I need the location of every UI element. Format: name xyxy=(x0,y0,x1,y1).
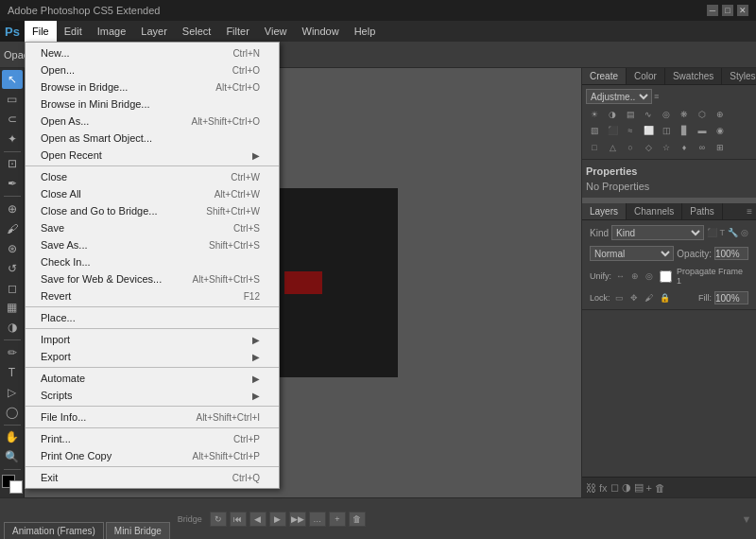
anim-new-frame-btn[interactable]: + xyxy=(329,512,346,527)
tool-type[interactable]: T xyxy=(2,363,23,382)
layers-kind-icon-3[interactable]: 🔧 xyxy=(728,228,738,237)
menu-view[interactable]: View xyxy=(257,21,295,42)
menu-close[interactable]: Close Ctrl+W xyxy=(26,168,279,185)
animation-collapse-btn[interactable]: ▼ xyxy=(737,498,756,539)
menu-save-web[interactable]: Save for Web & Devices... Alt+Shift+Ctrl… xyxy=(26,270,279,287)
layer-delete-icon[interactable]: 🗑 xyxy=(655,482,665,494)
tool-wand[interactable]: ✦ xyxy=(2,130,23,148)
menu-browse-bridge[interactable]: Browse in Bridge... Alt+Ctrl+O xyxy=(26,78,279,96)
propagate-checkbox[interactable] xyxy=(660,270,672,283)
layers-unify-icon-3[interactable]: ◎ xyxy=(644,271,655,281)
tab-mini-bridge[interactable]: Mini Bridge xyxy=(106,522,170,539)
lock-icon-1[interactable]: ▭ xyxy=(613,293,626,303)
tool-hand[interactable]: ✋ xyxy=(2,428,23,447)
menu-print[interactable]: Print... Ctrl+P xyxy=(26,430,279,447)
layer-mask-icon[interactable]: ◻ xyxy=(610,481,619,494)
adj-hue[interactable]: ⬡ xyxy=(694,107,711,122)
menu-check-in[interactable]: Check In... xyxy=(26,253,279,270)
adj-extra-6[interactable]: ♦ xyxy=(676,140,693,155)
adj-curves[interactable]: ∿ xyxy=(640,107,657,122)
adj-extra-2[interactable]: △ xyxy=(604,140,621,155)
adj-mixer[interactable]: ≈ xyxy=(622,123,639,138)
adj-gradient-map[interactable]: ▬ xyxy=(694,123,711,138)
layers-kind-icon-4[interactable]: ◎ xyxy=(741,228,748,237)
adj-extra-5[interactable]: ☆ xyxy=(658,140,675,155)
layers-unify-icon-1[interactable]: ↔ xyxy=(614,271,627,281)
tab-channels[interactable]: Channels xyxy=(627,203,682,219)
menu-file-info[interactable]: File Info... Alt+Shift+Ctrl+I xyxy=(26,409,279,426)
anim-tween-btn[interactable]: … xyxy=(309,512,326,527)
lock-icon-2[interactable]: ✥ xyxy=(628,293,640,303)
menu-place[interactable]: Place... xyxy=(26,309,279,326)
restore-button[interactable]: □ xyxy=(722,5,733,16)
minimize-button[interactable]: ─ xyxy=(707,5,718,16)
tab-animation-frames[interactable]: Animation (Frames) xyxy=(4,522,104,539)
tool-eraser[interactable]: ◻ xyxy=(2,279,23,298)
adj-extra-7[interactable]: ∞ xyxy=(694,140,711,155)
background-color[interactable] xyxy=(9,480,23,494)
layer-new-icon[interactable]: + xyxy=(646,482,652,494)
menu-select[interactable]: Select xyxy=(175,21,219,42)
menu-import[interactable]: Import ▶ xyxy=(26,331,279,348)
anim-delete-btn[interactable]: 🗑 xyxy=(349,512,366,527)
adj-exposure[interactable]: ◎ xyxy=(658,107,675,122)
menu-scripts[interactable]: Scripts ▶ xyxy=(26,387,279,404)
layer-link-icon[interactable]: ⛓ xyxy=(586,482,596,494)
tool-dodge[interactable]: ◑ xyxy=(2,318,23,337)
menu-image[interactable]: Image xyxy=(90,21,134,42)
anim-first-btn[interactable]: ⏮ xyxy=(230,512,247,527)
adj-photo-filter[interactable]: ⬛ xyxy=(604,123,621,138)
menu-open-smart[interactable]: Open as Smart Object... xyxy=(26,130,279,147)
layers-unify-icon-2[interactable]: ⊕ xyxy=(629,271,641,281)
adj-threshold[interactable]: ▊ xyxy=(676,123,693,138)
layers-panel-menu[interactable]: ≡ xyxy=(743,203,756,219)
tool-brush[interactable]: 🖌 xyxy=(2,219,23,238)
tool-path[interactable]: ▷ xyxy=(2,383,23,402)
tab-paths[interactable]: Paths xyxy=(682,203,723,219)
tool-crop[interactable]: ⊡ xyxy=(2,154,23,173)
adj-extra-8[interactable]: ⊞ xyxy=(712,140,729,155)
menu-help[interactable]: Help xyxy=(347,21,384,42)
adj-bw[interactable]: ▧ xyxy=(586,123,603,138)
menu-automate[interactable]: Automate ▶ xyxy=(26,370,279,387)
adj-contrast[interactable]: ◑ xyxy=(604,107,621,122)
menu-open-recent[interactable]: Open Recent ▶ xyxy=(26,147,279,164)
adj-vibrance[interactable]: ❋ xyxy=(676,107,693,122)
tab-swatches[interactable]: Swatches xyxy=(665,68,722,84)
tool-heal[interactable]: ⊕ xyxy=(2,200,23,218)
tool-move[interactable]: ↖ xyxy=(2,70,23,89)
anim-next-btn[interactable]: ▶▶ xyxy=(289,512,306,527)
layers-kind-select[interactable]: Kind xyxy=(611,225,703,240)
adj-invert[interactable]: ⬜ xyxy=(640,123,657,138)
adj-extra-1[interactable]: □ xyxy=(586,140,603,155)
tool-marquee[interactable]: ▭ xyxy=(2,90,23,109)
menu-open[interactable]: Open... Ctrl+O xyxy=(26,61,279,78)
layer-group-icon[interactable]: ▤ xyxy=(634,481,644,494)
anim-play-btn[interactable]: ▶ xyxy=(269,512,286,527)
tab-create[interactable]: Create xyxy=(582,68,627,84)
layers-blend-select[interactable]: Normal xyxy=(590,246,674,261)
layers-fill-input[interactable] xyxy=(714,291,748,304)
tab-layers[interactable]: Layers xyxy=(582,203,627,219)
menu-exit[interactable]: Exit Ctrl+Q xyxy=(26,469,279,486)
menu-print-one[interactable]: Print One Copy Alt+Shift+Ctrl+P xyxy=(26,447,279,464)
menu-layer[interactable]: Layer xyxy=(133,21,175,42)
tab-styles[interactable]: Styles xyxy=(722,68,756,84)
menu-open-as[interactable]: Open As... Alt+Shift+Ctrl+O xyxy=(26,113,279,130)
anim-loop-btn[interactable]: ↻ xyxy=(210,512,227,527)
layers-opacity-input[interactable] xyxy=(714,247,748,260)
layers-kind-icon-1[interactable]: ⬛ xyxy=(707,228,717,237)
lock-icon-4[interactable]: 🔒 xyxy=(658,293,672,303)
tab-color[interactable]: Color xyxy=(627,68,665,84)
lock-icon-3[interactable]: 🖌 xyxy=(643,293,655,303)
tool-stamp[interactable]: ⊛ xyxy=(2,239,23,258)
close-button[interactable]: ✕ xyxy=(737,5,748,16)
tool-colors[interactable] xyxy=(2,475,23,494)
panel-menu-icon[interactable]: ≡ xyxy=(654,92,659,101)
menu-export[interactable]: Export ▶ xyxy=(26,348,279,365)
tool-history[interactable]: ↺ xyxy=(2,259,23,278)
tool-gradient[interactable]: ▦ xyxy=(2,298,23,317)
adj-posterize[interactable]: ◫ xyxy=(658,123,675,138)
menu-window[interactable]: Window xyxy=(295,21,347,42)
menu-close-all[interactable]: Close All Alt+Ctrl+W xyxy=(26,185,279,202)
